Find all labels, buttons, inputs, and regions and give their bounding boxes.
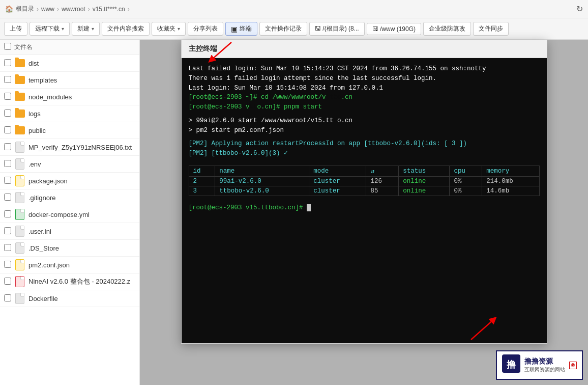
- folder-icon: [15, 59, 25, 67]
- svg-text:撸: 撸: [506, 360, 516, 370]
- list-item[interactable]: templates: [0, 72, 139, 89]
- file-name: .user.ini: [28, 228, 135, 235]
- breadcrumb-item-domain[interactable]: v15.tt****.cn: [93, 6, 125, 13]
- terminal-button[interactable]: ▣ 终端: [225, 22, 257, 36]
- file-checkbox[interactable]: [4, 126, 11, 133]
- watermark-logo: 撸: [502, 354, 520, 376]
- terminal-line: > 99ai@2.6.0 start /www/wwwroot/v15.ttbo…: [189, 116, 540, 126]
- file-checkbox[interactable]: [4, 278, 11, 285]
- file-checkbox[interactable]: [4, 177, 11, 184]
- main-content-area: 主控终端 Last failed login: Sun Mar 10 15:14…: [140, 40, 588, 385]
- process-status: online: [399, 186, 450, 196]
- watermark: 撸 撸撸资源 互联网资源的网站 ®: [496, 350, 583, 380]
- process-name: 99ai-v2.6.0: [215, 176, 309, 186]
- file-name: .gitignore: [28, 194, 135, 202]
- list-item[interactable]: .user.ini: [0, 223, 139, 240]
- terminal-body[interactable]: Last failed login: Sun Mar 10 15:14:23 C…: [182, 58, 547, 343]
- file-manager: 文件名 dist templates node_modules logs: [0, 40, 588, 385]
- terminal-line: [PM2] Applying action restartProcessId o…: [189, 139, 540, 149]
- file-checkbox[interactable]: [4, 227, 11, 234]
- process-id: 3: [189, 186, 215, 196]
- list-item[interactable]: .gitignore: [0, 189, 139, 206]
- list-item[interactable]: MP_verify_Z5y1Y91zNRSEEj06.txt: [0, 139, 139, 156]
- file-name: NineAI v2.6.0 整合包 - 20240222.z: [28, 277, 135, 286]
- file-icon: [15, 158, 24, 170]
- pm2-process-table: id name mode ↺ status cpu memory: [189, 166, 540, 196]
- toolbar: 上传 远程下载 ▾ 新建 ▾ 文件内容搜索 收藏夹 ▾ 分享列表 ▣ 终端 文件…: [0, 18, 588, 40]
- process-memory: 214.0mb: [482, 176, 539, 186]
- list-item[interactable]: docker-compose.yml: [0, 206, 139, 223]
- file-checkbox[interactable]: [4, 210, 11, 217]
- terminal-line: [PM2] [ttbobo-v2.6.0](3) ✓: [189, 149, 540, 158]
- table-header-name: name: [215, 166, 309, 176]
- file-checkbox[interactable]: [4, 160, 11, 167]
- list-item[interactable]: pm2.conf.json: [0, 257, 139, 273]
- terminal-line: > pm2 start pm2.conf.json: [189, 126, 540, 135]
- file-sync-button[interactable]: 文件同步: [473, 22, 509, 36]
- file-name: pm2.conf.json: [28, 261, 135, 269]
- file-name: Dockerfile: [28, 295, 135, 302]
- terminal-titlebar: 主控终端: [182, 40, 547, 58]
- www-dir-button[interactable]: 🖫 /www (190G): [367, 23, 421, 35]
- folder-icon: [15, 126, 25, 134]
- list-item[interactable]: NineAI v2.6.0 整合包 - 20240222.z: [0, 273, 139, 290]
- process-status: online: [399, 176, 450, 186]
- list-item[interactable]: .DS_Store: [0, 240, 139, 257]
- new-button[interactable]: 新建 ▾: [72, 22, 100, 36]
- terminal-line: Last login: Sun Mar 10 15:14:08 2024 fro…: [189, 84, 540, 93]
- process-memory: 14.6mb: [482, 186, 539, 196]
- terminal-overlay: 主控终端 Last failed login: Sun Mar 10 15:14…: [140, 40, 588, 385]
- file-checkbox[interactable]: [4, 143, 11, 150]
- list-item[interactable]: .env: [0, 156, 139, 173]
- upload-button[interactable]: 上传: [4, 22, 27, 36]
- file-log-button[interactable]: 文件操作记录: [259, 22, 307, 36]
- breadcrumb-item-www[interactable]: www: [41, 6, 54, 13]
- table-header-id: id: [189, 166, 215, 176]
- terminal-line: Last failed login: Sun Mar 10 15:14:23 C…: [189, 64, 540, 74]
- table-header-mode: mode: [309, 166, 366, 176]
- list-item[interactable]: package.json: [0, 173, 139, 189]
- list-item[interactable]: dist: [0, 55, 139, 72]
- svg-line-1: [471, 319, 494, 340]
- terminal-window: 主控终端 Last failed login: Sun Mar 10 15:14…: [181, 40, 547, 344]
- process-restarts: 85: [366, 186, 399, 196]
- terminal-line: There was 1 failed login attempt since t…: [189, 74, 540, 84]
- file-name: .env: [28, 160, 135, 168]
- terminal-prompt: [root@ecs-2903 v15.ttbobo.cn]#: [189, 203, 540, 213]
- json-file-icon: [15, 259, 24, 270]
- file-name: templates: [28, 76, 135, 84]
- file-checkbox[interactable]: [4, 59, 11, 66]
- file-checkbox[interactable]: [4, 109, 11, 117]
- file-checkbox[interactable]: [4, 93, 11, 100]
- tamper-proof-button[interactable]: 企业级防篡改: [423, 22, 471, 36]
- share-list-button[interactable]: 分享列表: [188, 22, 223, 36]
- file-checkbox[interactable]: [4, 244, 11, 251]
- list-item[interactable]: public: [0, 122, 139, 139]
- file-name-header: 文件名: [14, 43, 135, 51]
- remote-download-button[interactable]: 远程下载 ▾: [30, 22, 70, 36]
- watermark-registered: ®: [569, 362, 577, 369]
- list-item[interactable]: logs: [0, 105, 139, 122]
- table-header-status: status: [399, 166, 450, 176]
- root-dir-button[interactable]: 🖫 /(根目录) (8...: [309, 22, 365, 36]
- file-icon: [15, 293, 24, 304]
- favorites-button[interactable]: 收藏夹 ▾: [152, 22, 186, 36]
- select-all-checkbox[interactable]: [4, 43, 11, 50]
- breadcrumb-item-wwwroot[interactable]: wwwroot: [62, 6, 85, 13]
- breadcrumb-item-root[interactable]: 根目录: [16, 5, 34, 13]
- process-cpu: 0%: [450, 186, 482, 196]
- list-item[interactable]: Dockerfile: [0, 290, 139, 307]
- file-checkbox[interactable]: [4, 294, 11, 301]
- process-name: ttbobo-v2.6.0: [215, 186, 309, 196]
- file-checkbox[interactable]: [4, 76, 11, 83]
- file-list-panel: 文件名 dist templates node_modules logs: [0, 40, 140, 385]
- file-search-button[interactable]: 文件内容搜索: [102, 22, 150, 36]
- breadcrumb-refresh-button[interactable]: ↻: [576, 4, 583, 14]
- file-checkbox[interactable]: [4, 261, 11, 268]
- yml-file-icon: [15, 209, 24, 220]
- file-name: logs: [28, 110, 135, 118]
- process-id: 2: [189, 176, 215, 186]
- file-checkbox[interactable]: [4, 194, 11, 201]
- terminal-line: [root@ecs-2903 vtto.cn]# pnpm start: [189, 102, 540, 112]
- list-item[interactable]: node_modules: [0, 89, 139, 105]
